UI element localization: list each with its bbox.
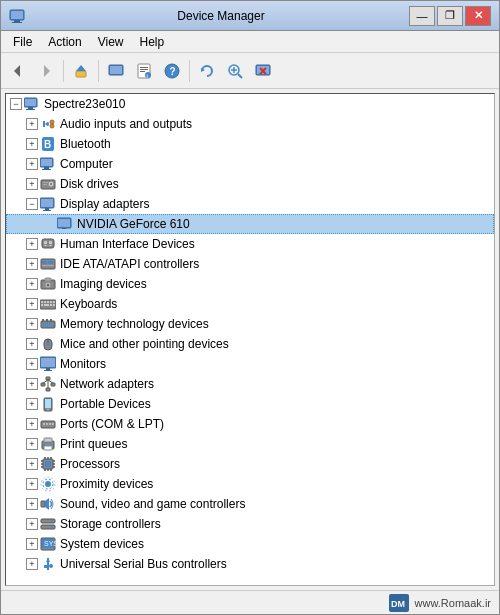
tree-item-sound[interactable]: + Sound, video and game controllers xyxy=(6,494,494,514)
svg-point-61 xyxy=(47,284,50,287)
usb-expand[interactable]: + xyxy=(26,558,38,570)
hid-expand[interactable]: + xyxy=(26,238,38,250)
content-area: − Spectre23e010 + xyxy=(1,89,499,590)
proximity-icon xyxy=(40,476,56,492)
show-hide-button[interactable] xyxy=(103,58,129,84)
tree-item-memory[interactable]: + Memory technology de xyxy=(6,314,494,334)
memory-label: Memory technology devices xyxy=(60,317,209,331)
tree-item-usb[interactable]: + Universal Serial Bus controllers xyxy=(6,554,494,574)
portable-label: Portable Devices xyxy=(60,397,151,411)
svg-point-104 xyxy=(52,423,54,425)
tree-item-portable[interactable]: + Portable Devices xyxy=(6,394,494,414)
tree-item-network[interactable]: + Network adapters xyxy=(6,374,494,394)
back-button[interactable] xyxy=(5,58,31,84)
menu-view[interactable]: View xyxy=(90,33,132,51)
tree-item-storage[interactable]: + Storage controllers xyxy=(6,514,494,534)
disk-label: Disk drives xyxy=(60,177,119,191)
svg-rect-108 xyxy=(45,442,51,443)
tree-item-print[interactable]: + Print queues xyxy=(6,434,494,454)
svg-point-103 xyxy=(49,423,51,425)
display-expand[interactable]: − xyxy=(26,198,38,210)
tree-item-audio[interactable]: + Audio inputs and outputs xyxy=(6,114,494,134)
help-button[interactable]: ? xyxy=(159,58,185,84)
root-expand[interactable]: − xyxy=(10,98,22,110)
memory-expand[interactable]: + xyxy=(26,318,38,330)
menu-action[interactable]: Action xyxy=(40,33,89,51)
svg-rect-45 xyxy=(41,199,53,207)
svg-point-101 xyxy=(43,423,45,425)
tree-item-display[interactable]: − Display adapters xyxy=(6,194,494,214)
processor-icon xyxy=(40,456,56,472)
sep3 xyxy=(189,60,190,82)
svg-line-95 xyxy=(48,380,53,383)
tree-item-system[interactable]: + SYS System devices xyxy=(6,534,494,554)
svg-rect-90 xyxy=(46,377,50,380)
tree-item-keyboards[interactable]: + Keyboards xyxy=(6,294,494,314)
audio-expand[interactable]: + xyxy=(26,118,38,130)
nvidia-label: NVIDIA GeForce 610 xyxy=(77,217,190,231)
system-expand[interactable]: + xyxy=(26,538,38,550)
menu-help[interactable]: Help xyxy=(132,33,173,51)
svg-rect-69 xyxy=(41,304,43,306)
window-title: Device Manager xyxy=(33,9,409,23)
tree-root[interactable]: − Spectre23e010 xyxy=(6,94,494,114)
watermark-text: www.Romaak.ir xyxy=(415,597,491,609)
tree-item-mice[interactable]: + Mice and other pointing devices xyxy=(6,334,494,354)
tree-item-proximity[interactable]: + Proximity devices xyxy=(6,474,494,494)
svg-marker-5 xyxy=(44,65,50,77)
properties-button[interactable]: i xyxy=(131,58,157,84)
tree-item-ide[interactable]: + IDE ATA/ATAPI controllers xyxy=(6,254,494,274)
refresh-button[interactable] xyxy=(194,58,220,84)
svg-point-130 xyxy=(51,520,53,522)
tree-item-computer[interactable]: + Computer xyxy=(6,154,494,174)
tree-item-disk[interactable]: + Disk drives xyxy=(6,174,494,194)
device-manager-window: Device Manager — ❐ ✕ File Action View He… xyxy=(0,0,500,615)
tree-item-nvidia[interactable]: NVIDIA GeForce 610 xyxy=(6,214,494,234)
storage-expand[interactable]: + xyxy=(26,518,38,530)
svg-rect-13 xyxy=(140,71,145,72)
processors-expand[interactable]: + xyxy=(26,458,38,470)
print-expand[interactable]: + xyxy=(26,438,38,450)
disk-expand[interactable]: + xyxy=(26,178,38,190)
network-label: Network adapters xyxy=(60,377,154,391)
ports-expand[interactable]: + xyxy=(26,418,38,430)
ide-expand[interactable]: + xyxy=(26,258,38,270)
sound-expand[interactable]: + xyxy=(26,498,38,510)
svg-marker-7 xyxy=(76,65,86,71)
portable-expand[interactable]: + xyxy=(26,398,38,410)
tree-item-ports[interactable]: + Ports (COM & LPT) xyxy=(6,414,494,434)
tree-item-bluetooth[interactable]: + B Bluetooth xyxy=(6,134,494,154)
svg-rect-70 xyxy=(44,304,49,306)
proximity-expand[interactable]: + xyxy=(26,478,38,490)
network-expand[interactable]: + xyxy=(26,378,38,390)
tree-item-monitors[interactable]: + Monitors xyxy=(6,354,494,374)
ide-label: IDE ATA/ATAPI controllers xyxy=(60,257,199,271)
tree-item-hid[interactable]: + Human Interface Devices xyxy=(6,234,494,254)
svg-rect-98 xyxy=(45,399,51,408)
svg-rect-3 xyxy=(11,11,23,19)
toolbar: i ? xyxy=(1,53,499,89)
imaging-expand[interactable]: + xyxy=(26,278,38,290)
forward-button[interactable] xyxy=(33,58,59,84)
tree-item-imaging[interactable]: + Imaging devices xyxy=(6,274,494,294)
scan-button[interactable] xyxy=(222,58,248,84)
svg-rect-76 xyxy=(47,322,48,327)
mice-expand[interactable]: + xyxy=(26,338,38,350)
svg-rect-127 xyxy=(41,501,45,507)
svg-rect-29 xyxy=(28,107,33,109)
sep1 xyxy=(63,60,64,82)
minimize-button[interactable]: — xyxy=(409,6,435,26)
up-button[interactable] xyxy=(68,58,94,84)
bluetooth-expand[interactable]: + xyxy=(26,138,38,150)
remove-button[interactable] xyxy=(250,58,276,84)
computer-expand[interactable]: + xyxy=(26,158,38,170)
monitors-expand[interactable]: + xyxy=(26,358,38,370)
menu-file[interactable]: File xyxy=(5,33,40,51)
tree-item-processors[interactable]: + xyxy=(6,454,494,474)
device-tree[interactable]: − Spectre23e010 + xyxy=(5,93,495,586)
restore-button[interactable]: ❐ xyxy=(437,6,463,26)
keyboards-expand[interactable]: + xyxy=(26,298,38,310)
display-label: Display adapters xyxy=(60,197,149,211)
svg-text:?: ? xyxy=(170,66,176,77)
close-button[interactable]: ✕ xyxy=(465,6,491,26)
